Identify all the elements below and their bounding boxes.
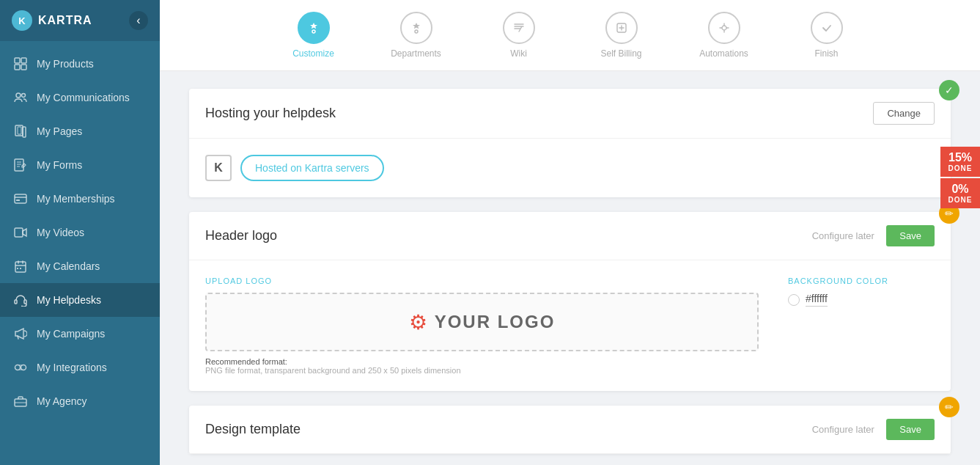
svg-rect-17 [24,300,26,304]
hosting-card-header: Hosting your helpdesk Change [189,89,951,139]
progress-done-label: DONE [943,164,977,172]
svg-rect-8 [23,127,26,137]
upload-label: UPLOAD LOGO [205,277,759,285]
file-icon [13,124,28,139]
design-configure-later-button[interactable]: Configure later [812,424,874,435]
logo-text-placeholder: YOUR LOGO [435,312,556,332]
svg-point-18 [21,306,23,307]
hosting-option: K Hosted on Kartra servers [205,155,935,181]
sidebar-item-label: My Videos [37,227,84,238]
megaphone-icon [13,326,28,341]
briefcase-icon [13,394,28,409]
svg-rect-7 [18,127,21,134]
sidebar-item-label: My Helpdesks [37,294,101,306]
step-circle-wiki [503,12,535,44]
color-row: #ffffff [788,293,935,307]
sidebar-item-label: My Calendars [37,260,100,272]
card-icon [13,191,28,206]
svg-point-22 [312,30,315,33]
video-icon [13,225,28,240]
sidebar-item-campaigns[interactable]: My Campaigns [0,317,160,351]
logo-placeholder: ⚙ YOUR LOGO [409,310,556,334]
sidebar-header: K KARTRA ‹ [0,0,160,41]
step-departments[interactable]: Departments [365,12,468,59]
step-circle-automations [708,12,740,44]
design-save-button[interactable]: Save [886,419,935,440]
main-content: Customize Departments Wiki [160,0,980,465]
content-area: ✓ Hosting your helpdesk Change K Hosted … [160,71,980,465]
sidebar-item-label: My Products [37,58,94,70]
svg-rect-12 [15,228,23,237]
grid-icon [13,56,28,71]
progress-badge-15[interactable]: 15% DONE [940,147,980,177]
sidebar-item-products[interactable]: My Products [0,47,160,81]
sidebar-item-label: My Forms [37,159,82,171]
svg-rect-13 [15,262,26,272]
logo-configure-later-button[interactable]: Configure later [812,230,874,241]
color-value[interactable]: #ffffff [806,293,828,307]
logo-card-header: Header logo Configure later Save [189,212,951,260]
logo-recommended-detail: PNG file format, transparent background … [205,366,759,375]
step-finish[interactable]: Finish [775,12,878,59]
progress-percent: 15% [943,151,977,164]
svg-rect-2 [15,65,20,70]
color-swatch[interactable] [788,294,800,306]
svg-rect-16 [15,300,17,304]
sidebar-item-communications[interactable]: My Communications [0,81,160,114]
sidebar-logo: K KARTRA [12,10,92,31]
logo-card-title: Header logo [205,228,277,244]
hosting-check-badge: ✓ [939,80,959,100]
step-wiki[interactable]: Wiki [468,12,570,59]
sidebar-item-label: My Agency [37,395,86,407]
svg-rect-10 [15,194,26,203]
svg-rect-14 [17,268,18,269]
design-card-title: Design template [205,422,301,437]
sidebar-item-memberships[interactable]: My Memberships [0,182,160,216]
sidebar-nav: My Products My Communications [0,41,160,418]
progress-badges: 15% DONE 0% DONE [940,147,980,208]
sidebar-item-helpdesks[interactable]: My Helpdesks [0,283,160,317]
sidebar-item-integrations[interactable]: My Integrations [0,351,160,384]
hosted-on-kartra-button[interactable]: Hosted on Kartra servers [240,155,384,181]
sidebar: K KARTRA ‹ My Products [0,0,160,465]
svg-rect-1 [21,58,26,63]
sidebar-item-forms[interactable]: My Forms [0,148,160,182]
logo-card: ✏ Header logo Configure later Save UPLOA… [189,212,951,391]
step-customize[interactable]: Customize [262,12,365,59]
sidebar-item-calendars[interactable]: My Calendars [0,249,160,283]
logo-save-button[interactable]: Save [886,225,935,246]
step-circle-departments [400,12,432,44]
step-automations[interactable]: Automations [673,12,775,59]
bg-color-label: BACKGROUND COLOR [788,277,935,285]
design-card-actions: Configure later Save [812,419,935,440]
logo-card-actions: Configure later Save [812,225,935,246]
sidebar-item-label: My Pages [37,125,82,137]
sidebar-collapse-button[interactable]: ‹ [129,11,148,30]
step-label: Customize [292,48,334,59]
design-card-header: Design template Configure later Save [189,406,951,454]
step-label: Self Billing [600,48,641,59]
sidebar-item-pages[interactable]: My Pages [0,114,160,148]
step-self-billing[interactable]: Self Billing [570,12,673,59]
people-icon [13,90,28,105]
logo-upload-area: UPLOAD LOGO ⚙ YOUR LOGO Recommended form… [205,277,759,375]
hosting-card: ✓ Hosting your helpdesk Change K Hosted … [189,89,951,197]
step-circle-customize [298,12,330,44]
step-label: Departments [391,48,441,59]
step-label: Automations [699,48,748,59]
logo-recommended-label: Recommended format: [205,357,759,366]
sidebar-item-agency[interactable]: My Agency [0,384,160,418]
sidebar-item-label: My Campaigns [37,328,105,340]
progress-badge-0[interactable]: 0% DONE [940,178,980,208]
sidebar-item-videos[interactable]: My Videos [0,216,160,249]
hosting-change-button[interactable]: Change [873,102,935,125]
svg-point-25 [722,26,726,30]
bg-color-section: BACKGROUND COLOR #ffffff [788,277,935,375]
logo-card-body: UPLOAD LOGO ⚙ YOUR LOGO Recommended form… [189,260,951,391]
app-logo-name: KARTRA [38,14,92,27]
headset-icon [13,293,28,307]
app-logo-icon: K [12,10,32,31]
logo-dropzone[interactable]: ⚙ YOUR LOGO [205,293,759,351]
svg-point-5 [22,94,26,98]
svg-point-23 [415,30,418,33]
